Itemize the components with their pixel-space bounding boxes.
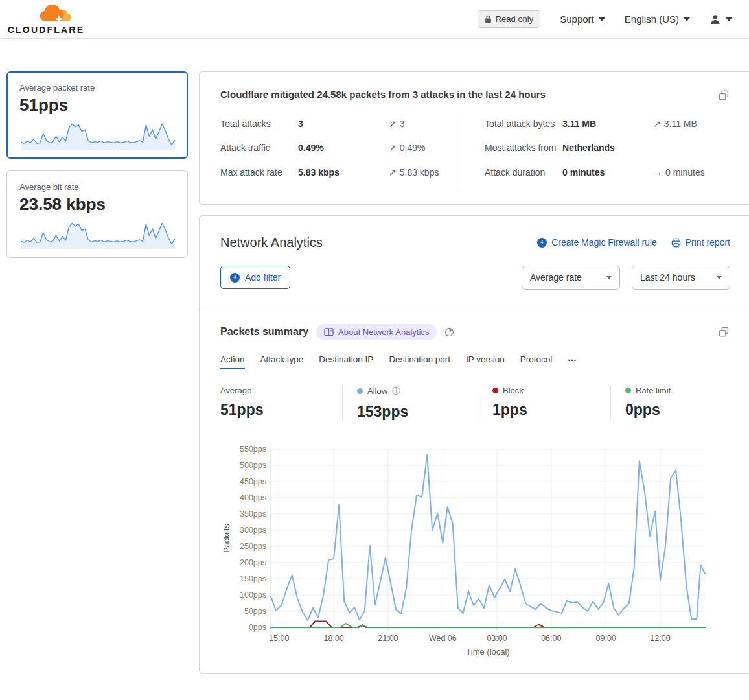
stat-label: Total attacks — [220, 117, 298, 130]
tab-destination-ip[interactable]: Destination IP — [319, 355, 373, 369]
metric-select-value: Average rate — [530, 272, 582, 283]
svg-text:200pps: 200pps — [240, 558, 266, 567]
packet-stat-label: Rate limit — [625, 386, 671, 395]
stat-trend: ↗3 — [389, 117, 405, 130]
svg-text:21:00: 21:00 — [378, 634, 398, 643]
svg-text:50pps: 50pps — [244, 607, 266, 616]
svg-text:400pps: 400pps — [240, 493, 266, 502]
packets-chart: 0pps50pps100pps150pps200pps250pps300pps3… — [220, 441, 730, 660]
add-filter-label: Add filter — [245, 272, 281, 283]
support-menu[interactable]: Support — [560, 14, 605, 25]
tab-action[interactable]: Action — [220, 355, 245, 369]
summary-stats-left: Total attacks3↗3Attack traffic0.49%↗0.49… — [220, 117, 461, 190]
packet-stat-value: 1pps — [492, 401, 604, 419]
series-line-allow — [271, 455, 705, 620]
svg-text:350pps: 350pps — [240, 509, 266, 519]
metric-select[interactable]: Average rate — [522, 266, 620, 290]
chevron-down-icon — [599, 18, 605, 21]
info-icon[interactable]: ⓘ — [392, 386, 400, 397]
copy-icon — [719, 327, 729, 337]
about-network-analytics-pill[interactable]: About Network Analytics — [316, 324, 437, 340]
x-axis-title: Time (local) — [466, 647, 509, 657]
tab-attack-type[interactable]: Attack type — [260, 355, 304, 369]
trend-arrow-icon: → — [653, 167, 662, 178]
packets-summary-title: Packets summary — [220, 326, 308, 338]
trend-arrow-icon: ↗ — [389, 119, 397, 129]
stat-label: Max attack rate — [220, 166, 298, 179]
time-range-select[interactable]: Last 24 hours — [632, 266, 730, 290]
metric-card-average-bit-rate[interactable]: Average bit rate23.58 kbps — [6, 170, 188, 258]
summary-stat-row: Total attacks3↗3 — [220, 117, 454, 130]
stat-trend: ↗3.11 MB — [653, 117, 697, 130]
print-report-link[interactable]: Print report — [671, 237, 730, 248]
tabs-more-button[interactable]: ⋯ — [568, 355, 577, 369]
packet-stat-label: Allowⓘ — [357, 386, 471, 397]
stat-label: Attack traffic — [220, 141, 298, 154]
chevron-down-icon — [684, 18, 690, 21]
packet-stat-value: 0pps — [625, 401, 671, 419]
create-magic-firewall-rule-link[interactable]: + Create Magic Firewall rule — [537, 237, 657, 248]
read-only-label: Read only — [496, 14, 534, 24]
stat-trend: ↗0.49% — [389, 141, 425, 154]
cloudflare-logo[interactable]: CLOUDFLARE — [10, 4, 82, 35]
packet-stat-value: 51pps — [220, 401, 336, 419]
svg-text:12:00: 12:00 — [650, 634, 670, 643]
stat-trend: →0 minutes — [653, 166, 705, 179]
tab-ip-version[interactable]: IP version — [466, 355, 505, 369]
packets-line-chart: 0pps50pps100pps150pps200pps250pps300pps3… — [220, 441, 713, 658]
svg-text:09:00: 09:00 — [596, 634, 616, 643]
summary-stat-row: Attack duration0 minutes→0 minutes — [485, 166, 730, 179]
chevron-down-icon — [606, 276, 612, 279]
svg-text:Wed 06: Wed 06 — [429, 634, 457, 643]
copy-icon — [719, 90, 729, 100]
stat-trend: ↗5.83 kbps — [389, 166, 439, 179]
svg-text:150pps: 150pps — [240, 574, 266, 583]
stat-value: 0.49% — [298, 141, 389, 154]
svg-text:06:00: 06:00 — [541, 634, 561, 643]
metric-label: Average packet rate — [19, 83, 175, 93]
stat-value: 3 — [298, 117, 389, 130]
language-menu[interactable]: English (US) — [625, 14, 690, 25]
user-menu[interactable] — [709, 14, 732, 25]
svg-text:0pps: 0pps — [249, 623, 266, 632]
copy-summary-button[interactable] — [717, 89, 730, 102]
page-title: Network Analytics — [220, 235, 323, 250]
svg-text:15:00: 15:00 — [269, 634, 289, 643]
stat-label: Most attacks from — [485, 141, 562, 154]
packet-stat-label: Block — [492, 386, 604, 395]
add-filter-button[interactable]: + Add filter — [220, 266, 290, 289]
stat-label: Attack duration — [485, 166, 562, 179]
stat-value: 0 minutes — [562, 166, 653, 179]
y-axis-labels: 0pps50pps100pps150pps200pps250pps300pps3… — [240, 445, 266, 632]
y-axis-title: Packets — [222, 524, 231, 552]
stat-label: Total attack bytes — [485, 117, 562, 130]
chevron-down-icon — [717, 276, 722, 279]
book-icon — [324, 328, 334, 336]
svg-text:450pps: 450pps — [240, 477, 266, 486]
metric-sidebar: Average packet rate51ppsAverage bit rate… — [6, 71, 188, 674]
logo-wordmark: CLOUDFLARE — [8, 25, 84, 35]
metric-value: 23.58 kbps — [19, 194, 175, 215]
summary-stat-row: Total attack bytes3.11 MB↗3.11 MB — [485, 117, 730, 130]
trend-arrow-icon: ↗ — [653, 119, 661, 129]
read-only-badge: Read only — [478, 10, 541, 28]
tab-protocol[interactable]: Protocol — [520, 355, 553, 369]
chevron-down-icon — [726, 18, 732, 21]
summary-stats-right: Total attack bytes3.11 MB↗3.11 MBMost at… — [461, 117, 730, 190]
lock-icon — [485, 15, 492, 23]
sparkline-chart — [19, 119, 176, 152]
range-select-value: Last 24 hours — [640, 272, 695, 283]
series-line-rate-limit — [271, 624, 705, 627]
packet-stat-average: Average51pps — [220, 386, 342, 421]
time-window-icon[interactable] — [444, 327, 454, 337]
language-label: English (US) — [625, 14, 679, 25]
svg-text:500pps: 500pps — [240, 461, 266, 470]
stat-value: 5.83 kbps — [298, 166, 389, 179]
plus-circle-icon: + — [230, 273, 240, 283]
metric-card-average-packet-rate[interactable]: Average packet rate51pps — [6, 71, 188, 159]
copy-packets-button[interactable] — [717, 325, 730, 338]
top-header: CLOUDFLARE Read only Support English (US… — [0, 0, 749, 39]
create-rule-label: Create Magic Firewall rule — [551, 237, 657, 248]
tab-destination-port[interactable]: Destination port — [389, 355, 450, 369]
packet-stat-allow: Allowⓘ153pps — [342, 386, 478, 421]
